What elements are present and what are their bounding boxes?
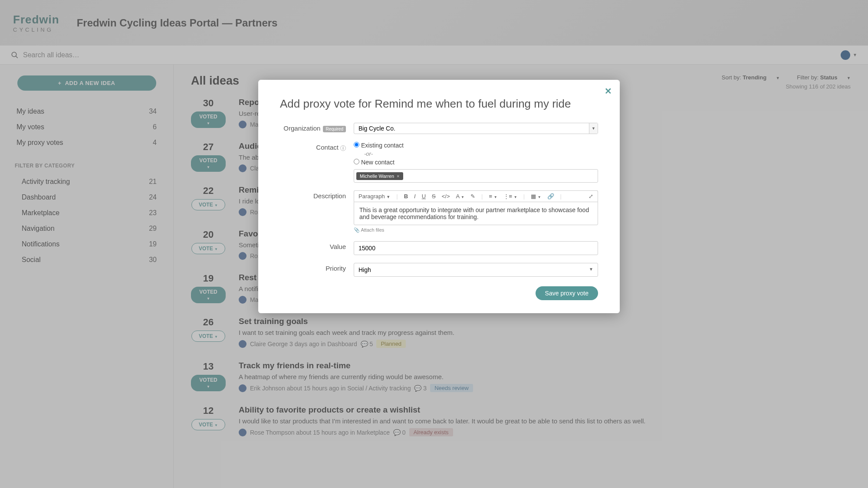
close-icon[interactable]: ✕ — [605, 86, 612, 96]
priority-select[interactable]: High ▼ — [354, 263, 598, 277]
value-label: Value — [280, 241, 354, 250]
highlight-icon[interactable]: ✎ — [470, 193, 475, 200]
bold-icon[interactable]: B — [404, 193, 408, 200]
editor-toolbar: Paragraph ▼ | B I U S </> A ▼ ✎ | ≡ ▼ ⋮≡… — [354, 190, 598, 202]
contact-chip[interactable]: Michelle Warren× — [356, 172, 403, 180]
contact-chip-input[interactable]: Michelle Warren× — [354, 169, 598, 183]
contact-label: Contacti — [280, 142, 354, 151]
proxy-vote-modal: ✕ Add proxy vote for Remind me when to f… — [258, 80, 620, 313]
expand-icon[interactable]: ⤢ — [589, 193, 593, 200]
link-icon[interactable]: 🔗 — [547, 193, 554, 200]
or-divider: -or- — [364, 151, 598, 157]
save-proxy-vote-button[interactable]: Save proxy vote — [536, 286, 598, 300]
chevron-down-icon: ▼ — [589, 267, 593, 272]
strike-icon[interactable]: S — [432, 193, 436, 200]
priority-label: Priority — [280, 263, 354, 272]
description-label: Description — [280, 190, 354, 200]
underline-icon[interactable]: U — [422, 193, 426, 200]
new-contact-radio[interactable]: New contact — [354, 159, 598, 166]
required-badge: Required — [323, 126, 346, 132]
existing-contact-radio[interactable]: Existing contact — [354, 142, 598, 149]
remove-chip-icon[interactable]: × — [397, 174, 399, 179]
value-input[interactable] — [354, 241, 598, 255]
table-icon[interactable]: ▦ ▼ — [531, 193, 541, 200]
organization-label: OrganizationRequired — [280, 123, 354, 132]
organization-select[interactable]: Big Cycle Co. ▼ — [354, 123, 598, 134]
code-icon[interactable]: </> — [442, 193, 450, 200]
attach-files-link[interactable]: 📎 Attach files — [354, 227, 384, 233]
description-editor[interactable]: This is a great opportunity to integrate… — [354, 202, 598, 225]
modal-title: Add proxy vote for Remind me when to fue… — [280, 97, 598, 111]
text-color-icon[interactable]: A ▼ — [456, 193, 465, 200]
list-icon[interactable]: ⋮≡ ▼ — [503, 193, 517, 200]
align-icon[interactable]: ≡ ▼ — [489, 193, 497, 200]
paragraph-dropdown[interactable]: Paragraph ▼ — [358, 193, 390, 200]
info-icon[interactable]: i — [340, 145, 346, 151]
italic-icon[interactable]: I — [414, 193, 416, 200]
chevron-down-icon: ▼ — [589, 123, 598, 134]
